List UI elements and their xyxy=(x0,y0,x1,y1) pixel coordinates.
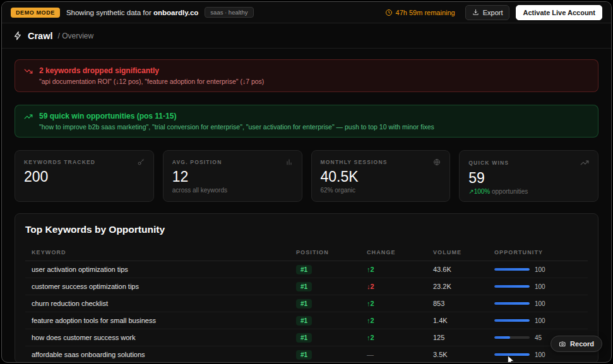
key-icon xyxy=(137,158,145,166)
page-header: Crawl / Overview xyxy=(2,23,611,49)
table-row[interactable]: feature adoption tools for small busines… xyxy=(25,312,588,329)
volume-cell: 1.4K xyxy=(427,312,488,329)
export-button[interactable]: Export xyxy=(465,5,510,20)
position-badge: #1 xyxy=(296,265,312,274)
stat-value: 12 xyxy=(172,169,293,185)
camera-icon xyxy=(559,340,566,348)
change-cell: — xyxy=(360,346,427,363)
trend-up-icon xyxy=(24,112,33,131)
alert-detail: "api documentation ROI" (↓12 pos), "feat… xyxy=(39,78,264,85)
stat-card-avg-position: AVG. POSITION 12 across all keywords xyxy=(163,150,302,202)
stat-sub-accent: ↗100% xyxy=(468,188,490,195)
app-window: DEMO MODE Showing synthetic data for onb… xyxy=(1,1,612,363)
quick-win-alert: 59 quick win opportunities (pos 11-15) "… xyxy=(15,105,598,138)
time-remaining: 47h 59m remaining xyxy=(385,9,455,16)
table-header-row: KEYWORDPOSITIONCHANGEVOLUMEOPPORTUNITY xyxy=(25,244,588,261)
position-cell: #1 xyxy=(290,295,360,312)
stat-sub: across all keywords xyxy=(172,187,293,194)
opportunity-bar xyxy=(494,285,530,288)
opportunity-bar xyxy=(494,268,530,271)
opportunity-value: 100 xyxy=(535,266,545,273)
site-domain: onboardly.co xyxy=(153,9,198,16)
position-badge: #1 xyxy=(296,350,312,360)
trend-down-icon xyxy=(24,67,33,85)
demo-banner: DEMO MODE Showing synthetic data for onb… xyxy=(2,2,611,23)
main-content: 2 keywords dropped significantly "api do… xyxy=(2,49,611,363)
bar-chart-icon xyxy=(285,158,293,166)
opportunity-cell: 100 xyxy=(488,312,588,329)
alert-body: 2 keywords dropped significantly "api do… xyxy=(39,66,264,85)
opportunity-bar xyxy=(494,319,530,322)
opportunity-value: 45 xyxy=(535,334,542,341)
position-cell: #1 xyxy=(290,312,360,329)
stat-sub: 62% organic xyxy=(321,187,441,194)
keyword-cell: how does customer success work xyxy=(25,329,290,346)
banner-right: 47h 59m remaining Export Activate Live A… xyxy=(385,5,602,20)
table-row[interactable]: how does customer success work #1 ↑2 125… xyxy=(25,329,588,346)
table-row[interactable]: churn reduction checklist #1 ↑2 853 100 xyxy=(25,295,588,312)
stat-card-quick-wins: QUICK WINS 59 ↗100% opportunities xyxy=(459,150,598,202)
record-button[interactable]: Record xyxy=(551,336,602,352)
table-row[interactable]: customer success optimization tips #1 ↓2… xyxy=(25,278,588,295)
column-header-keyword: KEYWORD xyxy=(25,244,290,261)
alert-detail: "how to improve b2b saas marketing", "tr… xyxy=(39,123,434,131)
banner-left: DEMO MODE Showing synthetic data for onb… xyxy=(11,7,254,18)
crawl-bolt-icon xyxy=(13,31,23,40)
alert-title: 59 quick win opportunities (pos 11-15) xyxy=(39,112,434,120)
change-cell: ↑2 xyxy=(360,295,427,312)
download-icon xyxy=(472,9,479,16)
change-cell: ↑2 xyxy=(360,312,427,329)
keyword-cell: affordable saas onboarding solutions xyxy=(25,346,290,363)
stat-label: QUICK WINS xyxy=(468,160,509,166)
volume-cell: 3.5K xyxy=(427,346,488,363)
stat-label: MONTHLY SESSIONS xyxy=(321,159,388,165)
trend-up-icon xyxy=(580,158,589,167)
table-row[interactable]: user activation optimization tips #1 ↑2 … xyxy=(25,261,588,278)
table-row[interactable]: affordable saas onboarding solutions #1 … xyxy=(25,346,588,363)
change-cell: ↓2 xyxy=(360,278,427,295)
table-title: Top Keywords by Opportunity xyxy=(25,224,588,235)
banner-text: Showing synthetic data for onboardly.co xyxy=(66,9,198,16)
position-cell: #1 xyxy=(290,261,360,278)
activate-live-account-button[interactable]: Activate Live Account xyxy=(516,5,602,20)
change-cell: ↑2 xyxy=(360,261,427,278)
opportunity-cell: 100 xyxy=(488,261,588,278)
stats-row: KEYWORDS TRACKED 200 AVG. POSITION 12 ac… xyxy=(15,150,598,202)
opportunity-value: 100 xyxy=(535,351,545,358)
column-header-opportunity: OPPORTUNITY xyxy=(488,244,588,261)
position-cell: #1 xyxy=(290,329,360,346)
volume-cell: 125 xyxy=(427,329,488,346)
breadcrumb: / Overview xyxy=(58,32,94,40)
opportunity-cell: 100 xyxy=(488,295,588,312)
alert-body: 59 quick win opportunities (pos 11-15) "… xyxy=(39,112,434,131)
keyword-cell: churn reduction checklist xyxy=(25,295,290,312)
column-header-position: POSITION xyxy=(290,244,360,261)
export-button-label: Export xyxy=(483,9,503,16)
position-badge: #1 xyxy=(296,282,312,291)
stat-label: AVG. POSITION xyxy=(172,159,222,165)
site-health-tag: saas · healthy xyxy=(205,7,253,18)
demo-mode-badge: DEMO MODE xyxy=(11,8,60,18)
volume-cell: 43.6K xyxy=(427,261,488,278)
stat-value: 59 xyxy=(468,170,589,186)
top-keywords-card: Top Keywords by Opportunity KEYWORDPOSIT… xyxy=(15,213,598,363)
opportunity-bar xyxy=(494,302,530,305)
change-cell: ↑2 xyxy=(360,329,427,346)
table-body: user activation optimization tips #1 ↑2 … xyxy=(25,261,588,363)
opportunity-value: 100 xyxy=(535,317,545,324)
volume-cell: 853 xyxy=(427,295,488,312)
time-remaining-label: 47h 59m remaining xyxy=(396,9,455,16)
opportunity-value: 100 xyxy=(535,283,545,290)
keyword-cell: customer success optimization tips xyxy=(25,278,290,295)
record-button-label: Record xyxy=(570,340,594,348)
position-badge: #1 xyxy=(296,333,312,343)
opportunity-cell: 100 xyxy=(488,278,588,295)
clock-icon xyxy=(385,9,393,16)
keywords-dropped-alert: 2 keywords dropped significantly "api do… xyxy=(15,59,598,92)
position-badge: #1 xyxy=(296,316,312,326)
column-header-change: CHANGE xyxy=(360,244,427,261)
stat-value: 200 xyxy=(24,169,145,185)
stat-value: 40.5K xyxy=(321,169,441,185)
keywords-table: KEYWORDPOSITIONCHANGEVOLUMEOPPORTUNITY u… xyxy=(25,244,588,363)
stat-sub: ↗100% opportunities xyxy=(468,188,589,195)
